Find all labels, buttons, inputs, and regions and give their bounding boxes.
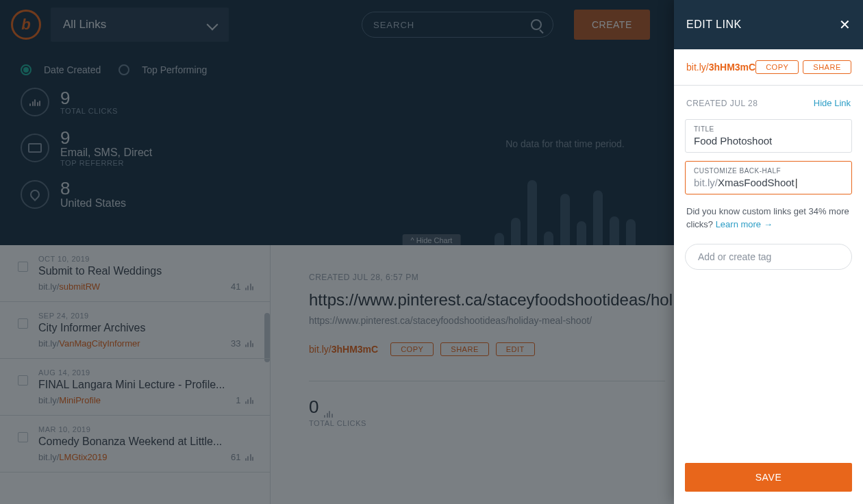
panel-shortlink[interactable]: bit.ly/3hHM3mC [686, 62, 755, 73]
backhalf-field[interactable]: CUSTOMIZE BACK-HALF bit.ly/XmasFoodShoot [685, 161, 852, 194]
backhalf-field-label: CUSTOMIZE BACK-HALF [694, 167, 843, 175]
promo-text: Did you know custom links get 34% more c… [674, 199, 863, 238]
tag-input[interactable]: Add or create tag [685, 244, 852, 270]
title-field[interactable]: TITLE Food Photoshoot [685, 119, 852, 153]
title-field-label: TITLE [694, 125, 843, 133]
backhalf-field-value: bit.ly/XmasFoodShoot [694, 177, 843, 188]
panel-share-button[interactable]: SHARE [803, 60, 851, 74]
title-field-value: Food Photoshoot [694, 135, 843, 147]
panel-header: EDIT LINK ✕ [674, 0, 863, 49]
edit-link-panel: EDIT LINK ✕ bit.ly/3hHM3mC COPY SHARE CR… [674, 0, 863, 504]
panel-copy-button[interactable]: COPY [755, 60, 799, 74]
hide-link-button[interactable]: Hide Link [814, 98, 851, 108]
learn-more-link[interactable]: Learn more→ [716, 219, 773, 229]
panel-title: EDIT LINK [686, 18, 742, 31]
close-icon[interactable]: ✕ [839, 16, 851, 33]
save-button[interactable]: SAVE [685, 463, 852, 492]
panel-created: CREATED JUL 28 [686, 99, 758, 108]
